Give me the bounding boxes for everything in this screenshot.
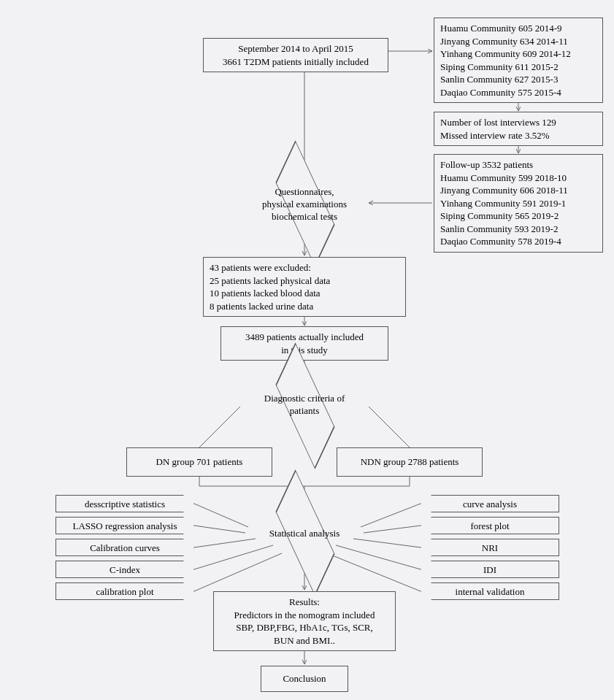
box-baseline-communities: Huamu Community 605 2014-9 Jinyang Commu… (434, 18, 603, 103)
txt: C-index (110, 564, 140, 575)
txt: Results: (220, 596, 389, 609)
txt: Daqiao Community 578 2019-4 (440, 235, 596, 248)
txt: Jinyang Community 634 2014-11 (440, 35, 596, 48)
txt: SBP, DBP,FBG, HbA1c, TGs, SCR, (220, 621, 389, 634)
diamond-diagnostic-label: Diagnostic criteria of patiants (250, 393, 359, 418)
txt: BUN and BMI.. (220, 634, 389, 647)
txt: Conclusion (283, 673, 326, 684)
txt: Huamu Community 605 2014-9 (440, 22, 596, 35)
box-date-range: September 2014 to April 2015 3661 T2DM p… (203, 38, 388, 72)
txt: DN group 701 patients (156, 456, 243, 467)
txt: Statistical analysis (257, 528, 352, 540)
svg-line-17 (194, 526, 245, 533)
txt: in this study (227, 344, 382, 357)
txt: Number of lost interviews 129 (440, 116, 596, 129)
txt: Calibration curves (90, 542, 160, 553)
tag-forest: forest plot (421, 517, 559, 534)
txt: Follow-up 3532 patients (440, 158, 596, 172)
txt: 25 patients lacked physical data (210, 274, 399, 288)
tag-internal-validation: internal validation (421, 582, 559, 600)
tag-nri: NRI (421, 539, 559, 556)
tag-calibration-plot: calibration plot (55, 582, 194, 600)
tag-curve: curve analysis (421, 495, 559, 512)
txt: Huamu Community 599 2018-10 (440, 172, 596, 185)
svg-line-8 (199, 407, 240, 447)
txt: Jinyang Community 606 2018-11 (440, 184, 596, 197)
txt: 3661 T2DM patients initially included (210, 55, 382, 69)
tag-cindex: C-index (55, 561, 194, 578)
svg-line-23 (353, 539, 421, 547)
txt: Questionnaires, (246, 186, 363, 199)
txt: internal validation (456, 586, 525, 597)
box-followup-communities: Follow-up 3532 patients Huamu Community … (434, 154, 603, 253)
box-included: 3489 patients actually included in this … (220, 326, 388, 361)
tag-descriptive: desscriptive statistics (55, 495, 194, 512)
diamond-statistical-label: Statistical analysis (257, 528, 352, 540)
txt: LASSO regression analysis (73, 520, 177, 531)
tag-idi: IDI (421, 561, 559, 578)
box-dn-group: DN group 701 patients (126, 447, 272, 477)
txt: Yinhang Community 609 2014-12 (440, 47, 596, 61)
svg-line-22 (364, 526, 421, 533)
txt: September 2014 to April 2015 (210, 42, 382, 55)
svg-line-19 (194, 545, 273, 569)
txt: curve analysis (463, 499, 517, 509)
txt: calibration plot (96, 586, 153, 597)
txt: Sanlin Community 627 2015-3 (440, 73, 596, 86)
svg-line-16 (194, 504, 248, 527)
txt: forest plot (470, 520, 509, 531)
box-results: Results: Predictors in the nomogram incl… (213, 591, 396, 651)
svg-line-25 (327, 553, 421, 591)
txt: desscriptive statistics (85, 499, 165, 509)
svg-line-18 (194, 539, 256, 547)
txt: biochemical tests (246, 211, 363, 223)
txt: IDI (483, 564, 496, 575)
txt: physical examinations (246, 199, 363, 211)
txt: Yinhang Community 591 2019-1 (440, 197, 596, 210)
txt: Predictors in the nomogram included (220, 609, 389, 622)
tag-lasso: LASSO regression analysis (55, 517, 194, 534)
box-ndn-group: NDN group 2788 patients (337, 447, 483, 477)
tag-calibration-curves: Calibration curves (55, 539, 194, 556)
txt: Siping Community 565 2019-2 (440, 209, 596, 223)
box-lost: Number of lost interviews 129 Missed int… (434, 112, 603, 146)
diamond-questionnaires-label: Questionnaires, physical examinations bi… (246, 186, 363, 223)
svg-line-20 (194, 553, 282, 591)
txt: 10 patients lacked blood data (210, 287, 399, 300)
txt: NDN group 2788 patients (361, 456, 459, 467)
txt: NRI (482, 542, 498, 553)
svg-line-24 (336, 545, 421, 569)
txt: 43 patients were excluded: (210, 261, 399, 274)
txt: Diagnostic criteria of (250, 393, 359, 405)
txt: Sanlin Community 593 2019-2 (440, 223, 596, 236)
box-conclusion: Conclusion (261, 666, 348, 692)
box-excluded: 43 patients were excluded: 25 patients l… (203, 257, 406, 317)
txt: patiants (250, 405, 359, 418)
svg-line-21 (361, 504, 421, 527)
txt: Siping Community 611 2015-2 (440, 61, 596, 74)
txt: Daqiao Community 575 2015-4 (440, 86, 596, 99)
txt: 3489 patients actually included (227, 331, 382, 344)
txt: Missed interview rate 3.52% (440, 129, 596, 142)
txt: 8 patients lacked urine data (210, 300, 399, 313)
svg-line-9 (369, 407, 410, 447)
